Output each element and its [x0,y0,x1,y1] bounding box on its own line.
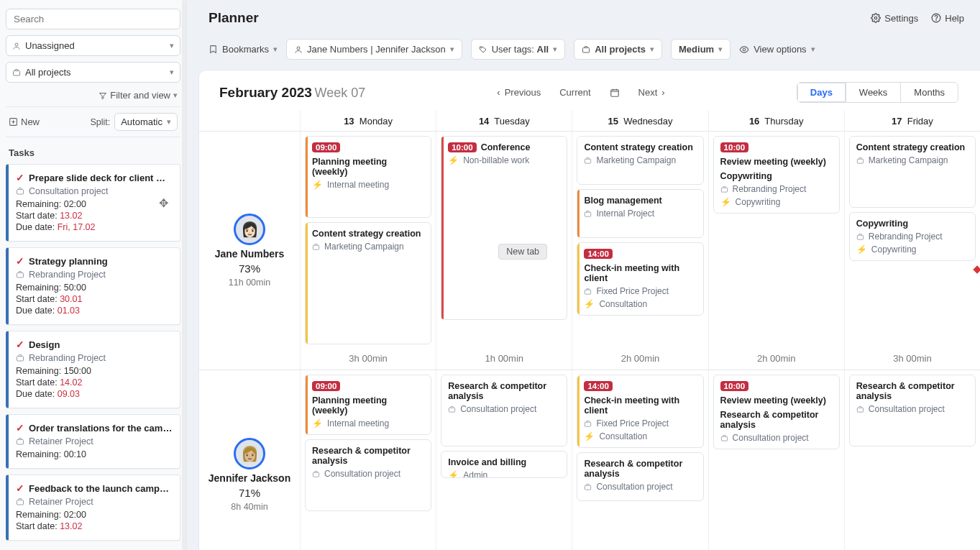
svg-point-8 [875,17,878,19]
view-months[interactable]: Months [900,83,958,102]
view-weeks[interactable]: Weeks [846,83,901,102]
briefcase-icon [584,483,592,491]
plus-square-icon [9,117,18,127]
projects-filter[interactable]: All projects▾ [574,39,662,60]
detail-filter[interactable]: Medium▾ [671,39,731,60]
event-card[interactable]: 10:00Review meeting (weekly) Copywriting… [713,136,840,214]
task-card[interactable]: ✓Order translations for the campaign … R… [6,414,180,469]
event-card[interactable]: Blog management Internal Project [577,189,703,238]
day-total: 3h 00min [305,349,431,370]
svg-rect-21 [857,159,863,163]
svg-rect-25 [585,422,591,426]
task-card[interactable]: ✓Strategy planning Rebranding Project Re… [6,247,180,325]
assignee-select[interactable]: Unassigned ▾ [6,35,180,56]
chevron-left-icon: ‹ [497,87,500,98]
svg-rect-23 [313,472,319,477]
eye-icon [739,45,749,55]
event-card[interactable]: 10:00Conference ⚡Non-billable work [441,136,567,320]
event-card[interactable]: Invoice and billing ⚡Admin [441,451,567,478]
svg-rect-7 [17,500,24,505]
help-icon [931,13,941,23]
briefcase-icon [584,157,592,165]
check-icon: ✓ [16,255,24,267]
bolt-icon: ⚡ [856,244,867,255]
tasks-heading: Tasks [6,137,180,164]
svg-rect-6 [17,440,24,445]
briefcase-icon [720,185,728,193]
user-icon [12,42,21,50]
calendar-button[interactable] [610,88,620,98]
event-card[interactable]: 14:00Check-in meeting with client Fixed … [577,375,703,448]
tags-filter[interactable]: User tags: All▾ [471,39,565,60]
day-total: 1h 00min [441,349,567,370]
briefcase-icon [12,68,21,77]
chevron-down-icon: ▾ [173,91,178,100]
avatar[interactable]: 👩🏻 [234,214,265,245]
event-card[interactable]: Content strategy creation Marketing Camp… [577,136,703,185]
briefcase-icon [584,210,592,218]
user-filter[interactable]: Jane Numbers | Jennifer Jackson▾ [286,39,462,60]
briefcase-icon [16,437,24,446]
check-icon: ✓ [16,172,24,183]
svg-rect-13 [583,47,590,52]
task-card[interactable]: ✓Feedback to the launch campaign Retaine… [6,475,180,541]
svg-point-0 [15,43,18,46]
view-days[interactable]: Days [797,83,846,102]
day-total: 2h 00min [577,349,703,370]
briefcase-icon [584,420,592,428]
briefcase-icon [448,405,456,413]
event-card[interactable]: Copywriting Rebranding Project ⚡Copywrit… [849,212,976,261]
split-select[interactable]: Automatic ▾ [114,113,178,131]
event-card[interactable]: 09:00Planning meeting (weekly) ⚡Internal… [305,136,431,218]
briefcase-icon [16,270,24,279]
event-card[interactable]: 14:00Check-in meeting with client Fixed … [577,242,703,316]
chevron-right-icon: › [661,87,664,98]
move-icon[interactable]: ✥ [159,196,168,210]
scrollbar[interactable] [182,0,186,550]
chevron-down-icon: ▾ [170,41,174,50]
view-options[interactable]: View options▾ [739,44,815,55]
event-card[interactable]: Research & competitor analysis Consultat… [849,375,976,446]
new-button[interactable]: New [9,116,40,127]
svg-rect-4 [17,273,24,278]
person-name: Jennifer Jackson [209,472,290,484]
bolt-icon: ⚡ [448,470,459,478]
svg-rect-28 [857,408,863,412]
event-card[interactable]: 10:00Review meeting (weekly) Research & … [713,375,840,449]
search-input[interactable] [6,9,180,29]
svg-rect-27 [721,436,727,441]
next-button[interactable]: Next› [638,87,665,98]
briefcase-icon [584,288,592,295]
event-card[interactable]: 09:00Planning meeting (weekly) ⚡Internal… [305,375,431,435]
task-card[interactable]: ✓Design Rebranding Project Remaining: 15… [6,331,180,408]
project-select[interactable]: All projects ▾ [6,62,180,83]
bookmarks-filter[interactable]: Bookmarks▾ [209,44,278,55]
settings-link[interactable]: Settings [871,13,918,24]
new-tab-tooltip: New tab [498,244,547,260]
svg-rect-26 [585,485,591,490]
check-icon: ✓ [16,339,24,350]
check-icon: ✓ [16,482,24,494]
help-link[interactable]: Help [931,13,964,24]
previous-button[interactable]: ‹Previous [497,87,541,98]
svg-rect-1 [14,70,20,75]
event-card[interactable]: Research & competitor analysis Consultat… [305,439,431,511]
avatar[interactable]: 👩🏼 [234,438,265,469]
svg-rect-3 [17,190,24,195]
filter-and-view[interactable]: Filter and view ▾ [6,83,180,104]
person-time: 8h 40min [231,502,267,512]
chevron-down-icon: ▾ [167,117,171,127]
event-card[interactable]: Research & competitor analysis Consultat… [577,452,703,501]
chevron-down-icon: ▾ [170,68,174,77]
current-button[interactable]: Current [559,87,590,98]
check-icon: ✓ [16,422,24,434]
sidebar: Unassigned ▾ All projects ▾ Filter and v… [0,0,187,550]
briefcase-icon [312,470,320,478]
event-card[interactable]: Research & competitor analysis Consultat… [441,375,567,446]
svg-rect-18 [585,212,591,216]
svg-rect-22 [857,235,863,239]
event-card[interactable]: Content strategy creation Marketing Camp… [849,136,976,208]
main: Planner Settings Help Bookmarks▾ Jane Nu [187,0,980,550]
task-card[interactable]: ✓ Prepare slide deck for client meeting … [6,164,180,242]
event-card[interactable]: Content strategy creation Marketing Camp… [305,222,431,344]
